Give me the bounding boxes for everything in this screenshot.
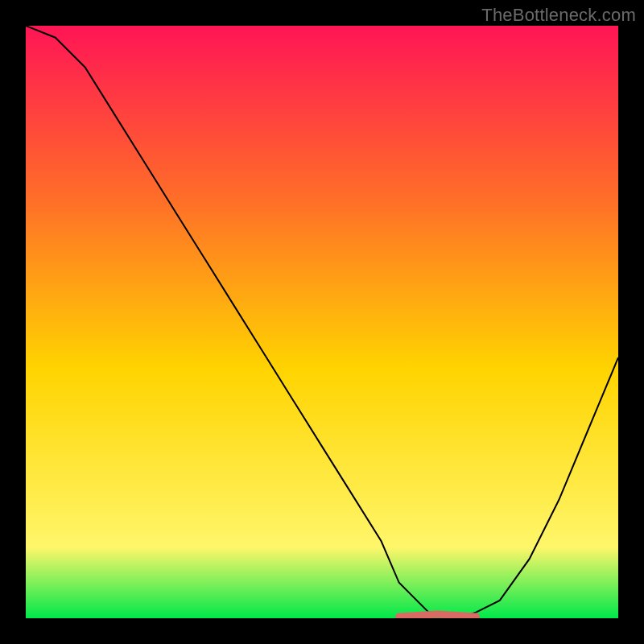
chart-frame: TheBottleneck.com: [0, 0, 644, 644]
chart-svg: [26, 26, 618, 618]
plot-area: [26, 26, 618, 618]
floor-band: [399, 614, 477, 617]
watermark-text: TheBottleneck.com: [481, 5, 636, 26]
